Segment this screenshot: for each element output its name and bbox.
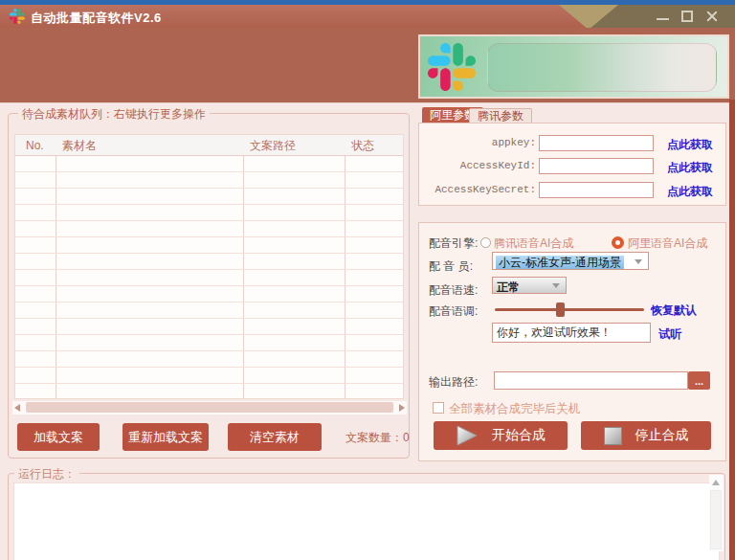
- copy-count-value: 0: [403, 431, 410, 444]
- table-row[interactable]: [15, 286, 403, 302]
- dropdown-arrow-icon[interactable]: [635, 259, 642, 264]
- browse-ellipsis-icon[interactable]: ...: [688, 371, 710, 390]
- dropdown-arrow-icon[interactable]: [552, 283, 560, 288]
- table-cell: [345, 270, 403, 285]
- speed-label: 配音语速:: [429, 282, 478, 299]
- pitch-slider-track[interactable]: [495, 308, 644, 311]
- log-textarea[interactable]: [13, 482, 720, 560]
- banner-logo-box: [418, 34, 729, 99]
- voice-label: 配 音 员:: [429, 258, 473, 275]
- maximize-icon[interactable]: [681, 11, 693, 22]
- engine-label: 配音引擎:: [429, 235, 478, 252]
- table-row[interactable]: [15, 319, 403, 335]
- table-cell: [345, 302, 403, 318]
- scrollbar-thumb[interactable]: [26, 402, 393, 413]
- speed-dropdown[interactable]: 正常: [492, 277, 567, 294]
- accesskeyid-get-link[interactable]: 点此获取: [667, 160, 713, 176]
- horizontal-scrollbar[interactable]: [12, 401, 407, 414]
- scroll-right-icon[interactable]: [399, 404, 405, 412]
- table-cell: [15, 351, 56, 367]
- minimize-icon[interactable]: [657, 18, 669, 20]
- redacted-banner-text: [487, 43, 717, 92]
- table-row[interactable]: [15, 270, 403, 286]
- shutdown-checkbox[interactable]: [433, 402, 444, 414]
- radio-ali-label[interactable]: 阿里语音AI合成: [628, 235, 707, 252]
- table-cell: [345, 319, 403, 334]
- scroll-left-icon[interactable]: [14, 404, 20, 412]
- table-cell: [244, 156, 345, 171]
- table-cell: [56, 156, 244, 171]
- scroll-up-icon[interactable]: [712, 480, 720, 485]
- table-cell: [15, 237, 56, 253]
- table-row[interactable]: [15, 221, 403, 237]
- column-header-name: 素材名: [56, 135, 244, 156]
- table-cell: [56, 221, 244, 236]
- pitch-slider-handle[interactable]: [556, 302, 565, 317]
- table-cell: [345, 254, 403, 269]
- table-row[interactable]: [15, 302, 403, 319]
- clear-material-button[interactable]: 清空素材: [228, 423, 322, 451]
- table-row[interactable]: [15, 351, 403, 368]
- table-row[interactable]: [15, 156, 403, 172]
- table-cell: [56, 172, 244, 188]
- vertical-scrollbar[interactable]: [709, 475, 724, 551]
- table-row[interactable]: [15, 254, 403, 270]
- slack-logo-icon: [428, 43, 476, 91]
- table-cell: [345, 221, 403, 236]
- table-row[interactable]: [15, 205, 403, 221]
- table-row[interactable]: [15, 368, 403, 384]
- table-cell: [244, 319, 345, 334]
- accesskeysecret-input[interactable]: [539, 182, 654, 198]
- test-text-input[interactable]: [492, 323, 651, 343]
- audition-link[interactable]: 试听: [658, 326, 681, 343]
- table-cell: [345, 172, 403, 188]
- radio-tencent-engine[interactable]: [480, 237, 491, 248]
- appkey-get-link[interactable]: 点此获取: [667, 137, 713, 153]
- table-cell: [15, 384, 56, 399]
- table-cell: [15, 302, 56, 318]
- table-cell: [244, 351, 345, 367]
- table-cell: [244, 172, 345, 188]
- table-cell: [15, 205, 56, 220]
- table-cell: [244, 189, 345, 204]
- log-groupbox: 运行日志：: [8, 473, 725, 560]
- queue-legend: 待合成素材队列：右键执行更多操作: [18, 106, 210, 123]
- table-row[interactable]: [15, 335, 403, 351]
- appkey-input[interactable]: [539, 135, 654, 151]
- accesskeysecret-get-link[interactable]: 点此获取: [667, 184, 713, 200]
- table-row[interactable]: [15, 189, 403, 205]
- stop-synth-button[interactable]: 停止合成: [581, 421, 711, 450]
- voice-dropdown[interactable]: 小云-标准女声-通用场景: [492, 252, 649, 270]
- output-path-input[interactable]: [494, 371, 688, 390]
- shutdown-checkbox-label[interactable]: 全部素材合成完毕后关机: [449, 401, 581, 417]
- window-title: 自动批量配音软件V2.6: [31, 10, 162, 27]
- material-table[interactable]: No. 素材名 文案路径 状态: [14, 134, 404, 399]
- table-cell: [15, 270, 56, 285]
- table-cell: [244, 302, 345, 318]
- table-cell: [56, 319, 244, 334]
- column-header-status: 状态: [345, 135, 403, 156]
- radio-ali-engine[interactable]: [612, 236, 624, 249]
- scrollbar-thumb[interactable]: [710, 490, 722, 549]
- table-row[interactable]: [15, 384, 403, 399]
- load-copy-button[interactable]: 加载文案: [17, 423, 100, 451]
- reload-copy-button[interactable]: 重新加载文案: [122, 423, 209, 451]
- close-icon[interactable]: [705, 10, 719, 23]
- start-synth-button[interactable]: 开始合成: [434, 421, 568, 450]
- table-row[interactable]: [15, 172, 403, 189]
- accesskeyid-input[interactable]: [539, 158, 654, 174]
- table-cell: [15, 221, 56, 236]
- accesskeysecret-label: AccessKeySecret:: [422, 182, 536, 198]
- app-window: 自动批量配音软件V2.6 待合成素材队列：右键执行更多操作 No. 素材名 文案…: [0, 0, 735, 560]
- tab-tencent-params[interactable]: 腾讯参数: [469, 108, 532, 123]
- table-cell: [56, 351, 244, 367]
- table-header: No. 素材名 文案路径 状态: [15, 135, 403, 156]
- table-cell: [15, 286, 56, 302]
- column-header-path: 文案路径: [244, 135, 345, 156]
- stop-synth-label: 停止合成: [635, 427, 689, 444]
- pitch-reset-link[interactable]: 恢复默认: [651, 302, 697, 319]
- radio-tencent-label[interactable]: 腾讯语音AI合成: [494, 235, 573, 252]
- table-cell: [15, 172, 56, 188]
- table-row[interactable]: [15, 237, 403, 254]
- table-cell: [56, 335, 244, 350]
